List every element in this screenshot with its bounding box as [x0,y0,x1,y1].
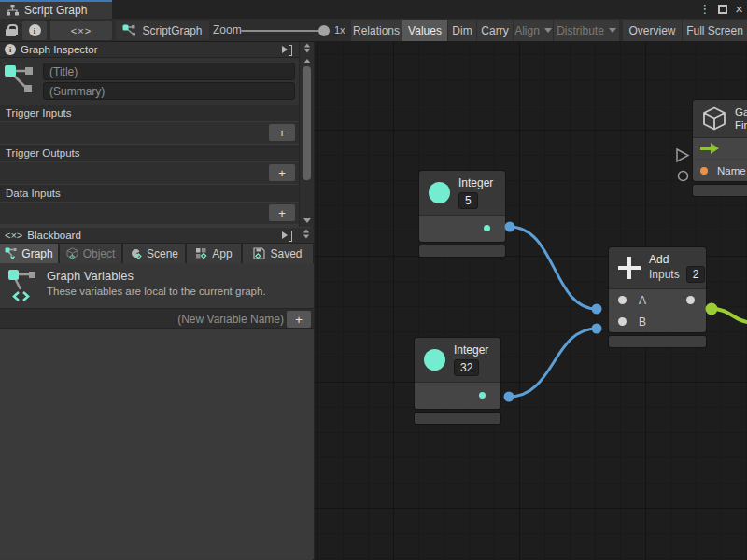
dim-label: Dim [452,24,472,37]
integer-value-input[interactable]: 32 [454,359,479,376]
inspect-button[interactable]: i [22,21,47,40]
wire-integer32-to-add-b[interactable] [509,329,597,397]
wire-add-output[interactable] [712,309,747,323]
distribute-button[interactable]: Distribute [554,20,619,41]
blackboard-header: <×> Blackboard [0,228,314,244]
flow-arrow-icon[interactable] [700,143,719,154]
node-body [415,383,500,409]
tab-graph[interactable]: Graph [0,244,58,263]
add-icon [618,257,641,279]
node-header[interactable]: GameObject Find [693,100,747,138]
add-variable-button[interactable]: + [287,311,311,328]
node-integer-32[interactable]: Integer 32 [415,338,500,424]
integer-value-input[interactable]: 5 [458,192,478,209]
hollow-flow-port-icon[interactable] [677,149,688,161]
output-port[interactable] [484,225,490,231]
node-title: Add [649,253,705,266]
inputs-count-input[interactable]: 2 [686,266,706,283]
zoom-value: 1x [334,19,345,42]
close-icon[interactable]: × [735,0,743,19]
scrollbar-up-icon[interactable] [303,59,311,63]
scroll-down-icon[interactable] [303,235,309,239]
title-bar: Script Graph ⋮ × [0,0,747,19]
wire-endpoint[interactable] [706,303,718,315]
tab-object[interactable]: Object [60,244,121,263]
trigger-outputs-list: + [0,162,299,184]
chevron-down-icon [544,28,552,33]
add-trigger-input-button[interactable]: + [269,124,295,141]
graph-canvas[interactable]: Integer 5 Integer 32 [315,42,747,560]
node-header[interactable]: Integer 32 [415,338,500,383]
node-gameobject-find[interactable]: GameObject Find Name [693,100,747,196]
variables-icon: <×> [5,230,22,241]
dock-panel-icon[interactable] [282,45,293,54]
wire-integer5-to-add-a[interactable] [510,227,597,309]
node-body [419,216,505,242]
integer-type-icon [429,182,450,203]
scroll-arrows[interactable] [303,229,310,239]
scroll-arrows[interactable] [303,43,311,53]
wire-endpoint[interactable] [505,222,515,232]
graph-summary-input[interactable] [43,82,295,100]
tab-saved[interactable]: Saved [243,244,313,263]
kebab-menu-icon[interactable]: ⋮ [698,0,711,19]
node-footer [419,245,505,257]
hollow-value-port-icon[interactable] [679,172,688,181]
scroll-up-icon[interactable] [303,230,309,233]
add-data-input-button[interactable]: + [269,204,295,221]
node-header[interactable]: Integer 5 [419,171,505,216]
info-icon: i [5,44,16,55]
graph-inspector-title: Graph Inspector [21,44,97,55]
node-title: GameObject Find [735,105,747,132]
graph-breadcrumb-button[interactable]: ScriptGraph [116,21,209,40]
carry-button[interactable]: Carry [477,20,513,41]
wire-endpoint[interactable] [592,324,602,334]
overview-button[interactable]: Overview [623,20,682,41]
full-screen-button[interactable]: Full Screen [683,20,747,41]
scrollbar-down-icon[interactable] [303,218,311,223]
zoom-label: Zoom [213,19,242,42]
scroll-down-icon[interactable] [304,49,310,53]
wire-endpoint[interactable] [592,304,602,315]
wire-endpoint[interactable] [504,392,514,402]
tab-script-graph[interactable]: Script Graph [0,0,112,19]
zoom-slider[interactable] [241,30,329,32]
node-title: Integer [454,343,488,357]
node-integer-5[interactable]: Integer 5 [419,171,505,257]
inspector-scrollbar[interactable] [299,42,314,227]
input-port-a[interactable] [618,296,627,304]
values-button[interactable]: Values [402,20,447,41]
tab-app[interactable]: App [187,244,241,263]
scrollbar-thumb[interactable] [303,66,311,180]
tab-object-label: Object [83,247,116,260]
align-button[interactable]: Align [514,20,553,41]
script-graph-window: Script Graph ⋮ × i <×> ScriptGraph Zoom [0,0,747,560]
maximize-icon[interactable] [718,5,727,14]
tab-scene[interactable]: Scene [123,244,185,263]
node-header[interactable]: Add Inputs 2 [609,247,706,289]
variables-button[interactable]: <×> [50,21,112,40]
graph-icon [122,24,135,36]
dock-panel-icon[interactable] [282,231,293,240]
output-port[interactable] [479,392,486,399]
name-port-label: Name [717,165,746,176]
port-row-b: B [609,311,706,332]
add-trigger-output-button[interactable]: + [269,164,295,181]
lock-icon[interactable] [6,24,16,36]
name-input-port[interactable] [700,167,708,175]
graph-title-input[interactable] [43,63,295,80]
scroll-up-icon[interactable] [304,44,310,48]
blackboard-empty-area [0,329,314,559]
node-footer [693,185,747,196]
relations-button[interactable]: Relations [351,20,402,41]
output-port[interactable] [686,296,695,304]
new-variable-input[interactable] [0,310,289,328]
input-port-b[interactable] [618,317,627,326]
dim-button[interactable]: Dim [448,20,476,41]
node-add[interactable]: Add Inputs 2 A B [609,247,706,347]
new-variable-row: + [0,308,314,329]
port-row-a: A [609,289,706,311]
zoom-slider-handle[interactable] [318,25,330,36]
tab-app-label: App [212,247,232,260]
port-a-label: A [639,294,646,307]
